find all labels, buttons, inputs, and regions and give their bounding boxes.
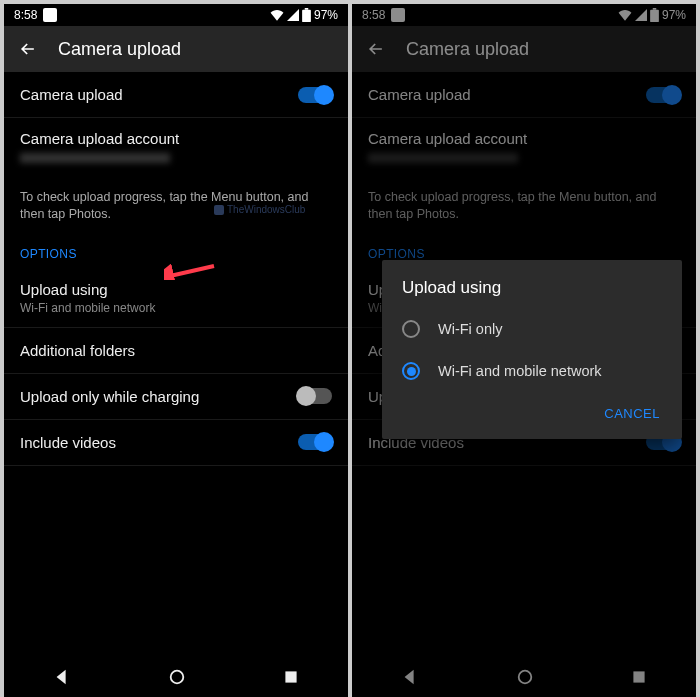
dialog-title: Upload using (382, 260, 682, 308)
battery-icon (302, 8, 311, 22)
svg-rect-1 (305, 8, 309, 10)
svg-rect-5 (650, 10, 659, 22)
wifi-icon (618, 9, 632, 21)
nav-bar (352, 657, 696, 697)
status-bar: 8:58 97% (4, 4, 348, 26)
option-label: Wi-Fi and mobile network (438, 363, 602, 379)
svg-point-3 (171, 671, 184, 684)
helper-text: To check upload progress, tap the Menu b… (352, 175, 696, 233)
svg-line-2 (170, 266, 214, 276)
setting-camera-upload[interactable]: Camera upload (4, 72, 348, 118)
page-title: Camera upload (406, 39, 529, 60)
back-arrow-icon[interactable] (18, 39, 38, 59)
label: Camera upload account (368, 130, 680, 147)
label: Additional folders (20, 342, 332, 359)
nav-bar (4, 657, 348, 697)
setting-account[interactable]: Camera upload account (4, 118, 348, 175)
toggle-charging[interactable] (298, 388, 332, 404)
wifi-icon (270, 9, 284, 21)
annotation-arrow-icon (164, 262, 216, 280)
setting-account: Camera upload account (352, 118, 696, 175)
cancel-button[interactable]: CANCEL (596, 400, 668, 427)
option-label: Wi-Fi only (438, 321, 502, 337)
svg-rect-4 (286, 671, 297, 682)
app-notification-icon (391, 8, 405, 22)
setting-additional-folders[interactable]: Additional folders (4, 328, 348, 374)
setting-charging[interactable]: Upload only while charging (4, 374, 348, 420)
page-title: Camera upload (58, 39, 181, 60)
battery-percent: 97% (662, 8, 686, 22)
value: Wi-Fi and mobile network (20, 301, 332, 315)
setting-include-videos[interactable]: Include videos (4, 420, 348, 466)
label: Camera upload account (20, 130, 332, 147)
nav-home-icon[interactable] (168, 668, 186, 686)
label: Camera upload (368, 86, 646, 103)
watermark: TheWindowsClub (214, 204, 305, 215)
svg-rect-6 (653, 8, 657, 10)
svg-point-7 (519, 671, 532, 684)
setting-camera-upload: Camera upload (352, 72, 696, 118)
toggle-camera-upload[interactable] (298, 87, 332, 103)
nav-home-icon[interactable] (516, 668, 534, 686)
signal-icon (287, 9, 299, 21)
label: Upload using (20, 281, 332, 298)
option-wifi-only[interactable]: Wi-Fi only (382, 308, 682, 350)
svg-rect-8 (634, 671, 645, 682)
toggle-include-videos[interactable] (298, 434, 332, 450)
nav-recent-icon[interactable] (631, 669, 647, 685)
battery-icon (650, 8, 659, 22)
battery-percent: 97% (314, 8, 338, 22)
signal-icon (635, 9, 647, 21)
app-notification-icon (43, 8, 57, 22)
radio-icon (402, 320, 420, 338)
upload-using-dialog: Upload using Wi-Fi only Wi-Fi and mobile… (382, 260, 682, 439)
label: Include videos (20, 434, 298, 451)
phone-screenshot-left: 8:58 97% Camera upload Camera upload Cam… (4, 4, 348, 697)
option-wifi-and-mobile[interactable]: Wi-Fi and mobile network (382, 350, 682, 392)
status-time: 8:58 (14, 8, 37, 22)
back-arrow-icon[interactable] (366, 39, 386, 59)
phone-screenshot-right: 8:58 97% Camera upload Camera upload Cam… (352, 4, 696, 697)
label: Camera upload (20, 86, 298, 103)
app-bar: Camera upload (352, 26, 696, 72)
nav-recent-icon[interactable] (283, 669, 299, 685)
app-bar: Camera upload (4, 26, 348, 72)
nav-back-icon[interactable] (401, 668, 419, 686)
status-bar: 8:58 97% (352, 4, 696, 26)
toggle-camera-upload (646, 87, 680, 103)
label: Upload only while charging (20, 388, 298, 405)
radio-icon (402, 362, 420, 380)
svg-rect-0 (302, 10, 311, 22)
nav-back-icon[interactable] (53, 668, 71, 686)
account-value-blurred (368, 153, 518, 163)
status-time: 8:58 (362, 8, 385, 22)
account-value-blurred (20, 153, 170, 163)
